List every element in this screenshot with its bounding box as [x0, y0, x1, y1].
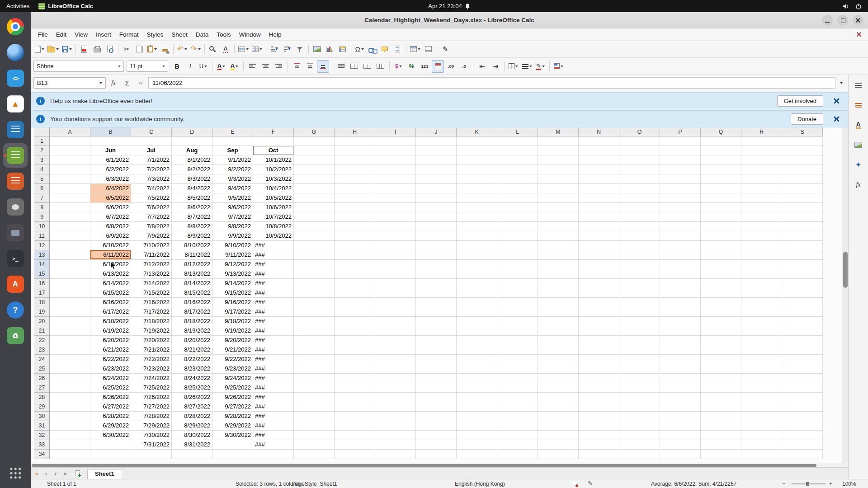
cell-B30[interactable]: 6/28/2022	[90, 412, 131, 421]
cell-E28[interactable]: 9/26/2022	[212, 393, 253, 402]
cell-E18[interactable]: 9/16/2022	[212, 298, 253, 307]
cell-N15[interactable]	[579, 269, 619, 279]
cell-O24[interactable]	[619, 355, 660, 364]
cell-B21[interactable]: 6/19/2022	[90, 326, 131, 336]
cell-Q26[interactable]	[701, 374, 741, 383]
cell-F7[interactable]: 10/5/2022	[253, 193, 294, 203]
row-header-18[interactable]: 18	[34, 298, 50, 307]
cell-J15[interactable]	[416, 269, 457, 279]
dropdown-caret[interactable]	[418, 48, 420, 50]
cell-R22[interactable]	[741, 336, 782, 345]
cell-L1[interactable]	[497, 136, 538, 146]
dock-item-calc[interactable]	[3, 143, 28, 168]
cell-P17[interactable]	[660, 288, 701, 298]
cell-P1[interactable]	[660, 136, 701, 146]
close-button[interactable]	[853, 15, 863, 26]
cell-L19[interactable]	[497, 307, 538, 317]
cell-E27[interactable]: 9/25/2022	[212, 383, 253, 393]
cell-K4[interactable]	[457, 165, 497, 174]
cell-S18[interactable]	[782, 298, 823, 307]
cell-J22[interactable]	[416, 336, 457, 345]
align-left-button[interactable]	[246, 60, 259, 73]
row-header-27[interactable]: 27	[34, 383, 50, 393]
get-involved-button[interactable]: Get involved	[777, 95, 823, 107]
menu-insert[interactable]: Insert	[92, 30, 115, 39]
cell-G5[interactable]	[294, 174, 335, 184]
cell-G26[interactable]	[294, 374, 335, 383]
cell-E31[interactable]: 9/29/2022	[212, 421, 253, 431]
headers-footers-button[interactable]	[392, 43, 404, 56]
cell-S1[interactable]	[782, 136, 823, 146]
dropdown-caret[interactable]	[515, 66, 518, 67]
cell-R31[interactable]	[741, 421, 782, 431]
cell-J20[interactable]	[416, 317, 457, 326]
cell-B12[interactable]: 6/10/2022	[90, 241, 131, 250]
cell-F6[interactable]: 10/4/2022	[253, 184, 294, 193]
selection-statistics[interactable]: Average: 6/6/2022; Sum: 4/21/2267	[651, 481, 736, 487]
cell-J12[interactable]	[416, 241, 457, 250]
cell-J13[interactable]	[416, 250, 457, 260]
cell-R11[interactable]	[741, 231, 782, 241]
cell-S10[interactable]	[782, 222, 823, 231]
cell-N8[interactable]	[579, 203, 619, 212]
cell-A22[interactable]	[50, 336, 90, 345]
cell-R14[interactable]	[741, 260, 782, 269]
column-header-G[interactable]: G	[294, 127, 335, 136]
cell-I6[interactable]	[375, 184, 416, 193]
cell-I33[interactable]	[375, 440, 416, 450]
cell-E33[interactable]	[212, 440, 253, 450]
cell-N26[interactable]	[579, 374, 619, 383]
export-pdf-button[interactable]	[78, 43, 90, 56]
cell-P26[interactable]	[660, 374, 701, 383]
cell-I32[interactable]	[375, 431, 416, 440]
cell-K11[interactable]	[457, 231, 497, 241]
row-header-1[interactable]: 1	[34, 136, 50, 146]
insert-chart-button[interactable]	[324, 43, 336, 56]
cell-D2[interactable]: Aug	[172, 146, 212, 155]
cell-P3[interactable]	[660, 155, 701, 165]
cell-O3[interactable]	[619, 155, 660, 165]
cell-B24[interactable]: 6/22/2022	[90, 355, 131, 364]
cell-E13[interactable]: 9/11/2022	[212, 250, 253, 260]
cell-B23[interactable]: 6/21/2022	[90, 345, 131, 355]
insert-special-character-button[interactable]: Ω	[354, 43, 366, 56]
cell-S5[interactable]	[782, 174, 823, 184]
cell-G34[interactable]	[294, 450, 335, 459]
cut-button[interactable]: ✂	[121, 43, 133, 56]
cell-M30[interactable]	[538, 412, 579, 421]
cell-K6[interactable]	[457, 184, 497, 193]
cell-I22[interactable]	[375, 336, 416, 345]
cell-F23[interactable]: ###	[253, 345, 294, 355]
insert-pivot-table-button[interactable]	[336, 43, 349, 56]
cell-A32[interactable]	[50, 431, 90, 440]
cell-L3[interactable]	[497, 155, 538, 165]
signature-icon[interactable]: ✎	[588, 480, 593, 487]
dock-item-firefox[interactable]	[3, 40, 28, 65]
cell-E34[interactable]	[212, 450, 253, 459]
cell-C31[interactable]: 7/29/2022	[131, 421, 172, 431]
format-percent-button[interactable]: %	[406, 60, 418, 73]
cell-K16[interactable]	[457, 279, 497, 288]
column-header-A[interactable]: A	[50, 127, 90, 136]
document-modified-icon[interactable]	[573, 481, 577, 488]
cell-D18[interactable]: 8/16/2022	[172, 298, 212, 307]
cell-G16[interactable]	[294, 279, 335, 288]
cell-A21[interactable]	[50, 326, 90, 336]
row-header-33[interactable]: 33	[34, 440, 50, 450]
cell-D30[interactable]: 8/28/2022	[172, 412, 212, 421]
cell-D12[interactable]: 8/10/2022	[172, 241, 212, 250]
format-date-button[interactable]	[432, 60, 444, 73]
cell-K10[interactable]	[457, 222, 497, 231]
cell-F10[interactable]: 10/8/2022	[253, 222, 294, 231]
cell-C24[interactable]: 7/22/2022	[131, 355, 172, 364]
cell-L31[interactable]	[497, 421, 538, 431]
cell-R4[interactable]	[741, 165, 782, 174]
cell-C27[interactable]: 7/25/2022	[131, 383, 172, 393]
cell-P2[interactable]	[660, 146, 701, 155]
autofilter-button[interactable]	[294, 43, 306, 56]
font-name-combo[interactable]: Söhne	[33, 61, 124, 72]
cell-G29[interactable]	[294, 402, 335, 412]
cell-Q30[interactable]	[701, 412, 741, 421]
cell-H30[interactable]	[335, 412, 375, 421]
last-sheet-button[interactable]: »	[61, 469, 69, 478]
